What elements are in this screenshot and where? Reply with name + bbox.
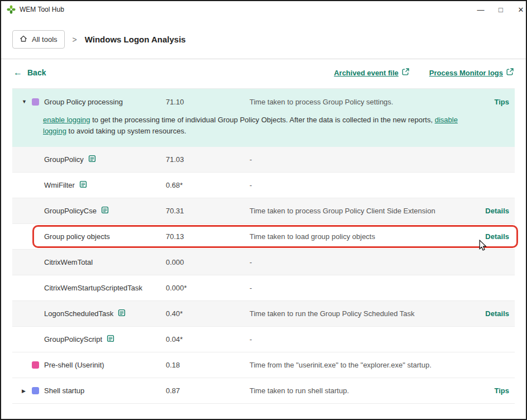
process-monitor-logs-link[interactable]: Process Monitor logs: [429, 68, 514, 77]
app-window: WEM Tool Hub — □ ✕ All tools > Windows L…: [0, 0, 527, 420]
expand-expander-icon[interactable]: ▶: [22, 388, 32, 394]
report-document-icon[interactable]: [107, 335, 114, 344]
color-swatch: [32, 387, 39, 394]
report-document-icon[interactable]: [118, 309, 126, 318]
back-button[interactable]: ← Back: [13, 68, 46, 77]
row-description: -: [250, 258, 475, 266]
row-description: Time taken to load group policy objects: [250, 232, 475, 241]
details-link[interactable]: Details: [485, 232, 509, 241]
note-text: to avoid taking up system resources.: [66, 127, 186, 135]
all-tools-button[interactable]: All tools: [12, 30, 65, 49]
report-document-icon[interactable]: [101, 206, 109, 216]
table-row-grouppolicyscript: GroupPolicyScript 0.04* -: [12, 327, 515, 352]
external-links: Archived event file Process Monitor logs: [334, 68, 514, 77]
row-name: CitrixWemTotal: [44, 258, 93, 266]
row-name: GroupPolicyCse: [44, 207, 97, 215]
table-row-grouppolicy: GroupPolicy 71.03 -: [12, 147, 515, 173]
process-monitor-logs-label: Process Monitor logs: [429, 69, 503, 77]
row-value: 0.68*: [166, 181, 250, 189]
row-value: 71.03: [166, 155, 250, 164]
details-link[interactable]: Details: [485, 207, 509, 215]
row-value: 71.10: [166, 98, 250, 106]
row-value: 0.04*: [166, 335, 250, 343]
maximize-button[interactable]: □: [491, 1, 511, 18]
row-value: 0.87: [166, 386, 250, 395]
row-description: Time taken to run the Group Policy Sched…: [250, 309, 475, 318]
row-description: -: [250, 181, 475, 189]
row-description: -: [250, 335, 475, 343]
row-description: Time taken to process Group Policy setti…: [250, 98, 475, 106]
report-document-icon[interactable]: [88, 155, 96, 164]
row-value: 70.31: [166, 207, 250, 215]
row-value: 0.40*: [166, 309, 250, 318]
details-link[interactable]: Details: [485, 309, 509, 318]
table-row-citrixwemtotal: CitrixWemTotal 0.000 -: [12, 250, 515, 275]
row-value: 0.000: [166, 258, 250, 266]
logon-phases-table: ▼ Group Policy processing 71.10 Time tak…: [12, 88, 515, 404]
back-arrow-icon: ←: [13, 68, 22, 77]
breadcrumb: All tools > Windows Logon Analysis: [1, 18, 526, 59]
row-value: 0.18: [166, 361, 250, 369]
row-description: Time taken to process Group Policy Clien…: [250, 207, 475, 215]
color-swatch: [32, 361, 39, 369]
table-row-group-policy-objects: Group policy objects 70.13 Time taken to…: [12, 224, 515, 250]
external-link-icon: [402, 68, 409, 77]
row-name: CitrixWemStartupScriptedTask: [44, 284, 142, 292]
report-document-icon[interactable]: [79, 180, 87, 190]
main-content: ← Back Archived event file Process Mon: [1, 59, 526, 88]
row-name: Pre-shell (Userinit): [44, 361, 104, 369]
close-button[interactable]: ✕: [511, 1, 527, 18]
archived-event-file-label: Archived event file: [334, 69, 399, 77]
external-link-icon: [506, 68, 514, 77]
table-row-citrixwemstartupscriptedtask: CitrixWemStartupScriptedTask 0.000* -: [12, 275, 515, 301]
wem-logo-icon: [7, 5, 16, 14]
tips-link[interactable]: Tips: [495, 386, 510, 395]
collapse-expander-icon[interactable]: ▼: [22, 99, 32, 104]
row-name: WmiFilter: [44, 181, 75, 189]
logging-note: enable logging to get the processing tim…: [12, 114, 515, 147]
actions-row: ← Back Archived event file Process Mon: [12, 59, 515, 88]
window-controls: — □ ✕: [471, 1, 527, 18]
minimize-button[interactable]: —: [471, 1, 491, 18]
table-row-pre-shell-userinit: Pre-shell (Userinit) 0.18 Time from the …: [12, 352, 515, 378]
enable-logging-link[interactable]: enable logging: [43, 116, 90, 124]
color-swatch: [32, 98, 39, 106]
row-name: GroupPolicyScript: [44, 335, 102, 343]
row-name: LogonScheduledTask: [44, 309, 113, 318]
row-value: 0.000*: [166, 284, 250, 292]
table-row-grouppolicycse: GroupPolicyCse 70.31 Time taken to proce…: [12, 198, 515, 224]
all-tools-label: All tools: [32, 35, 58, 44]
row-name: Group policy objects: [44, 232, 110, 241]
row-value: 70.13: [166, 232, 250, 241]
title-bar: WEM Tool Hub — □ ✕: [1, 1, 526, 18]
row-name: GroupPolicy: [44, 155, 84, 164]
breadcrumb-separator: >: [73, 35, 77, 44]
row-description: -: [250, 284, 475, 292]
tips-link[interactable]: Tips: [495, 98, 510, 106]
row-name: Group Policy processing: [44, 98, 123, 106]
home-icon: [20, 35, 27, 44]
page-title: Windows Logon Analysis: [85, 35, 186, 44]
row-name: Shell startup: [44, 386, 84, 395]
back-label: Back: [27, 68, 46, 77]
window-title: WEM Tool Hub: [20, 6, 471, 13]
table-row-group-policy-processing[interactable]: ▼ Group Policy processing 71.10 Time tak…: [12, 89, 515, 114]
table-row-shell-startup[interactable]: ▶ Shell startup 0.87 Time taken to run s…: [12, 378, 515, 404]
table-row-logonscheduledtask: LogonScheduledTask 0.40* Time taken to r…: [12, 301, 515, 327]
note-text: to get the processing time of individual…: [90, 116, 435, 124]
row-description: Time from the "userinit.exe" to the "exp…: [250, 361, 475, 369]
row-description: -: [250, 155, 475, 164]
table-row-wmifilter: WmiFilter 0.68* -: [12, 173, 515, 198]
archived-event-file-link[interactable]: Archived event file: [334, 68, 409, 77]
row-description: Time taken to run shell startup.: [250, 386, 475, 395]
